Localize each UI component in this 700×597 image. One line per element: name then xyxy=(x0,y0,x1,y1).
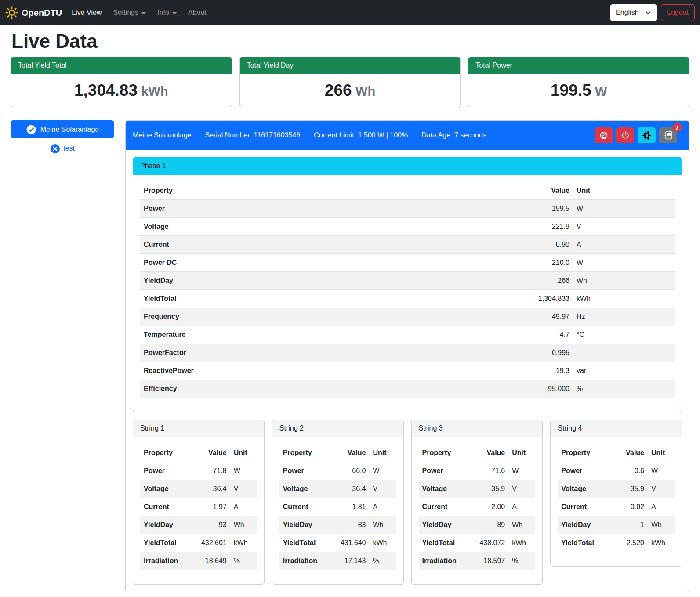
summary-value: 1,304.83 xyxy=(74,81,138,99)
cell-unit: Wh xyxy=(648,516,675,534)
table-row: ReactivePower19.3var xyxy=(140,362,675,380)
col-value: Value xyxy=(516,182,573,200)
filter-tag[interactable]: test xyxy=(11,143,114,154)
cell-unit: W xyxy=(573,254,675,272)
cell-unit: kWh xyxy=(230,534,257,552)
cell-property: Current xyxy=(140,236,516,254)
table-header-row: PropertyValueUnit xyxy=(279,444,396,462)
cell-value: 66.0 xyxy=(330,462,370,480)
table-row: Current1.97A xyxy=(140,498,257,516)
string-card-body: PropertyValueUnitPower71.6WVoltage35.9VC… xyxy=(412,437,543,584)
nav-item-info[interactable]: Info xyxy=(157,4,177,22)
inverter-sidebar: Meine Solaranlage test xyxy=(11,120,114,154)
cell-property: Voltage xyxy=(140,218,516,236)
cell-property: YieldDay xyxy=(140,516,191,534)
table-header-row: PropertyValueUnit xyxy=(140,444,257,462)
cell-property: Irradiation xyxy=(419,552,469,570)
table-row: YieldTotal2.520kWh xyxy=(558,534,675,552)
table-row: Temperature4.7°C xyxy=(140,326,675,344)
cell-unit: V xyxy=(230,480,257,498)
cell-property: ReactivePower xyxy=(140,362,516,380)
table-row: Power DC210.0W xyxy=(140,254,675,272)
cell-property: Current xyxy=(558,498,608,516)
inverter-toolbar: 2 xyxy=(595,127,677,143)
logout-button[interactable]: Logout xyxy=(661,4,695,21)
page-title: Live Data xyxy=(11,30,689,53)
cell-value: 89 xyxy=(469,516,508,534)
cell-unit: A xyxy=(648,498,675,516)
string-card-4: String 4 PropertyValueUnitPower0.6WVolta… xyxy=(550,420,682,567)
table-row: YieldTotal432.601kWh xyxy=(140,534,257,552)
language-selected-value: English xyxy=(616,7,638,18)
col-unit: Unit xyxy=(230,444,257,462)
cell-value: 432.601 xyxy=(191,534,230,552)
nav-item-label: Info xyxy=(157,7,169,18)
language-select[interactable]: English xyxy=(610,4,657,21)
cell-unit: W xyxy=(573,200,675,218)
phase-table: PropertyValueUnitPower199.5WVoltage221.9… xyxy=(140,182,675,398)
brand[interactable]: OpenDTU xyxy=(5,6,62,19)
cell-property: YieldTotal xyxy=(140,534,191,552)
cell-unit: W xyxy=(370,462,396,480)
string-table: PropertyValueUnitPower66.0WVoltage36.4VC… xyxy=(279,444,396,570)
phase-card: Phase 1 PropertyValueUnitPower199.5WVolt… xyxy=(133,157,682,412)
table-header-row: PropertyValueUnit xyxy=(558,444,675,462)
cell-property: YieldDay xyxy=(558,516,608,534)
strings-row: String 1 PropertyValueUnitPower71.8WVolt… xyxy=(133,420,682,585)
device-info-button[interactable] xyxy=(638,127,656,143)
string-card-header: String 2 xyxy=(272,420,403,437)
cell-property: PowerFactor xyxy=(140,344,516,362)
table-row: Frequency49.97Hz xyxy=(140,308,675,326)
string-card-2: String 2 PropertyValueUnitPower66.0WVolt… xyxy=(272,420,404,585)
phase-card-body: PropertyValueUnitPower199.5WVoltage221.9… xyxy=(133,175,682,412)
table-row: Irradiation18.649% xyxy=(140,552,257,570)
nav-item-label: Settings xyxy=(113,7,138,18)
table-row: Power199.5W xyxy=(140,200,675,218)
table-row: Power0.6W xyxy=(558,462,675,480)
cell-value: 36.4 xyxy=(191,480,230,498)
cell-property: Power xyxy=(140,462,191,480)
nav-item-about[interactable]: About xyxy=(188,4,207,22)
summary-card-body: 266 Wh xyxy=(240,74,461,107)
top-navbar: OpenDTU Live View Settings Info About En… xyxy=(0,0,700,25)
table-row: Current0.90A xyxy=(140,236,675,254)
power-button[interactable] xyxy=(616,127,634,143)
cell-property: Irradiation xyxy=(279,552,330,570)
inverter-main-column: Meine Solaranlage Serial Number: 1161716… xyxy=(125,120,689,592)
col-value: Value xyxy=(330,444,370,462)
table-row: Voltage35.9V xyxy=(419,480,536,498)
nav-item-label: About xyxy=(188,7,207,18)
col-value: Value xyxy=(469,444,508,462)
cell-value: 17.143 xyxy=(330,552,370,570)
cell-property: Current xyxy=(279,498,330,516)
cell-value: 0.6 xyxy=(608,462,648,480)
cell-value: 83 xyxy=(330,516,370,534)
col-unit: Unit xyxy=(370,444,396,462)
event-log-button[interactable]: 2 xyxy=(659,127,677,143)
cell-unit: A xyxy=(230,498,257,516)
cell-unit: V xyxy=(648,480,675,498)
cell-property: Irradiation xyxy=(140,552,191,570)
table-row: Power71.8W xyxy=(140,462,257,480)
inverter-select-button[interactable]: Meine Solaranlage xyxy=(11,120,114,138)
col-property: Property xyxy=(558,444,608,462)
col-property: Property xyxy=(279,444,330,462)
cell-unit: Wh xyxy=(370,516,396,534)
cell-property: Temperature xyxy=(140,326,516,344)
cell-property: Voltage xyxy=(419,480,469,498)
limit-settings-button[interactable] xyxy=(595,127,613,143)
table-header-row: PropertyValueUnit xyxy=(419,444,536,462)
table-row: Irradiation17.143% xyxy=(279,552,396,570)
page-content: Live Data Total Yield Total 1,304.83 kWh… xyxy=(0,30,700,597)
cell-value: 49.97 xyxy=(516,308,573,326)
table-row: Power71.6W xyxy=(419,462,536,480)
cell-unit xyxy=(573,344,675,362)
summary-card-header: Total Power xyxy=(468,57,689,74)
cell-property: Frequency xyxy=(140,308,516,326)
nav-item-settings[interactable]: Settings xyxy=(113,4,146,22)
nav-item-live-view[interactable]: Live View xyxy=(72,4,102,22)
cell-property: Efficiency xyxy=(140,380,516,398)
cell-unit: % xyxy=(573,380,675,398)
col-value: Value xyxy=(191,444,230,462)
cell-value: 93 xyxy=(191,516,230,534)
